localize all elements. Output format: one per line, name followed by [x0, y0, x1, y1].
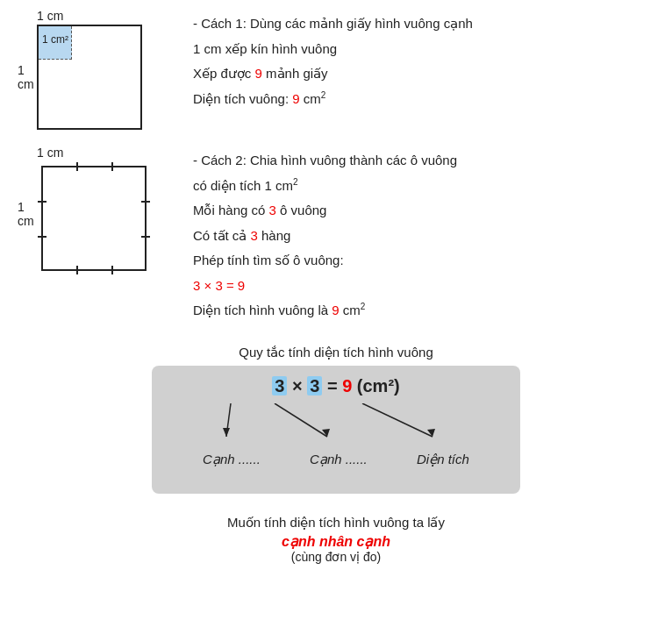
fig1-left-label: 1 cm: [18, 25, 37, 130]
text-line-2-7: Diện tích hình vuông là 9 cm2: [193, 299, 654, 322]
tick-top-1: [76, 162, 78, 171]
bottom-section: Muốn tính diện tích hình vuông ta lấy cạ…: [227, 502, 445, 565]
red-formula: 3 × 3 = 9: [193, 278, 245, 293]
text-area-2: - Cách 2: Chia hình vuông thành các ô vu…: [193, 146, 654, 322]
text-line-2-3: Mỗi hàng có 3 ô vuông: [193, 199, 654, 222]
tick-right-1: [141, 201, 150, 203]
tick-right-2: [141, 236, 150, 238]
section2: 1 cm 1 cm: [18, 146, 654, 322]
tick-bottom-1: [76, 266, 78, 274]
svg-marker-1: [223, 428, 230, 437]
square-box-2: [41, 166, 147, 271]
eq-3a: 3: [272, 376, 287, 395]
svg-line-2: [275, 403, 327, 437]
eq-3b: 3: [307, 376, 322, 395]
eq-times: ×: [292, 376, 307, 395]
bottom-line1: Muốn tính diện tích hình vuông ta lấy: [227, 511, 445, 534]
eq-9: 9: [342, 376, 352, 395]
text-line-2-1: - Cách 2: Chia hình vuông thành các ô vu…: [193, 149, 654, 172]
fig2-top-label: 1 cm: [37, 146, 63, 160]
eq-equals: =: [327, 376, 342, 395]
red-3-2: 3: [251, 228, 258, 243]
label-canh1: Cạnh ......: [203, 452, 261, 467]
formula-box: 3 × 3 = 9 (cm²) Cạnh ......: [152, 366, 520, 494]
formula-rule-text: Quy tắc tính diện tích hình vuông: [239, 345, 433, 360]
inner-square-1: 1 cm²: [39, 26, 72, 60]
text-line-2-6: 3 × 3 = 9: [193, 274, 654, 297]
eq-suffix: (cm²): [357, 376, 400, 395]
red-3-1: 3: [269, 203, 276, 217]
main-container: 1 cm 1 cm 1 cm² - Cách 1: Dùng các mảnh …: [18, 9, 654, 564]
tick-left-2: [38, 236, 46, 238]
red-9-3: 9: [332, 303, 339, 317]
bottom-line2: cạnh nhân cạnh: [227, 533, 445, 550]
svg-line-4: [362, 403, 433, 437]
formula-equation: 3 × 3 = 9 (cm²): [178, 376, 494, 396]
tick-left-1: [38, 201, 46, 203]
text-line-1-1: - Cách 1: Dùng các mảnh giấy hình vuông …: [193, 12, 654, 35]
bottom-line3: (cùng đơn vị đo): [227, 550, 445, 564]
section1: 1 cm 1 cm 1 cm² - Cách 1: Dùng các mảnh …: [18, 9, 654, 130]
label-canh2: Cạnh ......: [310, 452, 368, 467]
text-area-1: - Cách 1: Dùng các mảnh giấy hình vuông …: [193, 9, 654, 110]
label-dientich: Diện tích: [417, 452, 469, 467]
fig2-left-label: 1 cm: [18, 161, 37, 267]
formula-labels-row: Cạnh ...... Cạnh ...... Diện tích: [178, 452, 494, 467]
text-line-1-2: 1 cm xếp kín hình vuông: [193, 38, 654, 61]
fig1-top-label: 1 cm: [37, 9, 63, 23]
text-line-1-3: Xếp được 9 mảnh giấy: [193, 62, 654, 85]
arrows-svg: [178, 403, 494, 452]
red-9-1: 9: [255, 66, 262, 81]
formula-section: Quy tắc tính diện tích hình vuông 3 × 3 …: [18, 345, 654, 565]
red-9-2: 9: [292, 91, 299, 106]
tick-top-2: [111, 162, 113, 171]
text-line-2-2: có diện tích 1 cm2: [193, 175, 654, 197]
text-line-2-4: Có tất cả 3 hàng: [193, 224, 654, 247]
text-line-1-4: Diện tích vuông: 9 cm2: [193, 88, 654, 110]
figure-area-2: 1 cm 1 cm: [18, 146, 175, 275]
figure-area-1: 1 cm 1 cm 1 cm²: [18, 9, 175, 130]
tick-bottom-2: [111, 266, 113, 274]
inner-label-1: 1 cm²: [42, 33, 68, 46]
text-line-2-5: Phép tính tìm số ô vuông:: [193, 249, 654, 272]
square-box-1: 1 cm²: [37, 25, 142, 130]
